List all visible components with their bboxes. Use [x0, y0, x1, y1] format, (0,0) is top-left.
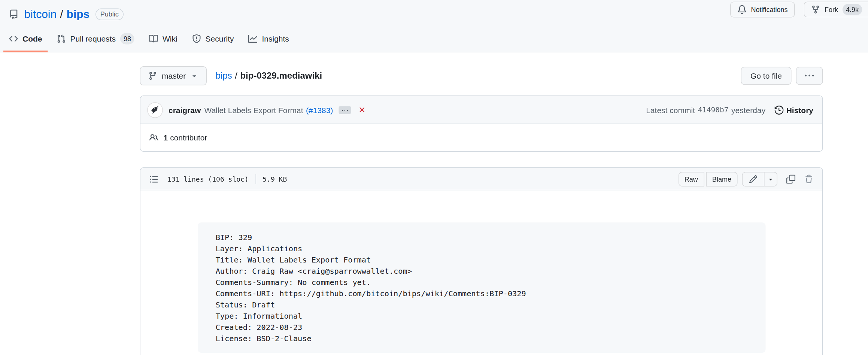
latest-commit-label: Latest commit — [646, 105, 695, 114]
notifications-button[interactable]: Notifications — [730, 2, 795, 18]
blame-button[interactable]: Blame — [706, 172, 737, 186]
pencil-icon — [749, 175, 758, 183]
code-line: Author: Craig Raw <craig@sparrowwallet.c… — [206, 265, 756, 276]
commit-header: craigraw Wallet Labels Export Format (#1… — [140, 96, 822, 124]
code-icon — [9, 34, 18, 43]
tab-wiki[interactable]: Wiki — [143, 25, 183, 52]
display-options-button[interactable] — [149, 175, 158, 183]
fork-count-badge: 4.9k — [843, 4, 862, 15]
tab-insights[interactable]: Insights — [243, 25, 294, 52]
repo-tabs: Code Pull requests 98 Wiki Security Insi… — [3, 25, 295, 52]
triangle-down-icon — [190, 72, 198, 80]
history-label: History — [786, 105, 813, 114]
pull-requests-counter: 98 — [120, 33, 134, 45]
more-options-button[interactable] — [796, 67, 823, 85]
fork-label: Fork — [825, 6, 838, 13]
raw-blame-group: Raw Blame — [678, 172, 737, 186]
repo-title-separator: / — [60, 7, 63, 21]
list-icon — [149, 175, 158, 183]
code-line: Comments-URI: https://github.com/bitcoin… — [206, 288, 756, 299]
contributors-label: contributor — [170, 133, 207, 142]
code-line: Type: Informational — [206, 310, 756, 321]
commit-author-link[interactable]: craigraw — [169, 105, 201, 114]
trash-icon — [804, 175, 813, 183]
breadcrumb-repo-link[interactable]: bips — [216, 71, 232, 81]
file-info: 131 lines (106 sloc) 5.9 KB — [167, 174, 287, 184]
tab-label: Pull requests — [70, 34, 116, 43]
repo-name-link[interactable]: bips — [67, 7, 90, 21]
code-line: Created: 2022-08-23 — [206, 321, 756, 333]
code-line: BIP: 329 — [206, 231, 756, 243]
edit-button[interactable] — [742, 172, 765, 186]
page: bitcoin / bips Public Notifications Fork… — [0, 0, 868, 355]
notifications-label: Notifications — [751, 6, 788, 13]
sparrow-avatar-image — [149, 104, 161, 116]
tab-label: Insights — [262, 34, 289, 43]
commit-time: yesterday — [731, 105, 765, 114]
branch-selector-button[interactable]: master — [140, 66, 207, 85]
contributors-row[interactable]: 1 contributor — [140, 124, 822, 151]
code-line: Layer: Applications — [206, 243, 756, 254]
rendered-document: BIP: 329 Layer: Applications Title: Wall… — [197, 191, 765, 353]
commit-meta: Latest commit 41490b7 yesterday History — [646, 105, 813, 114]
shield-icon — [192, 34, 201, 43]
commit-pr-link[interactable]: (#1383) — [306, 105, 333, 114]
fork-icon — [811, 5, 820, 14]
tab-label: Security — [206, 34, 234, 43]
code-line: Comments-Summary: No comments yet. — [206, 276, 756, 288]
commit-sha[interactable]: 41490b7 — [698, 106, 728, 114]
people-icon — [149, 133, 158, 142]
blob-lines-info: 131 lines (106 sloc) — [167, 175, 249, 183]
tab-label: Code — [22, 34, 42, 43]
code-line: Status: Draft — [206, 299, 756, 310]
file-nav-actions: Go to file — [741, 67, 823, 85]
tab-pull-requests[interactable]: Pull requests 98 — [51, 25, 140, 52]
history-icon — [774, 105, 783, 114]
ellipsis-glyph: … — [341, 104, 349, 112]
copy-icon — [786, 175, 795, 183]
commit-message-expander-button[interactable]: … — [339, 106, 351, 114]
commit-message-link[interactable]: Wallet Labels Export Format — [204, 105, 303, 114]
code-line: Title: Wallet Labels Export Format — [206, 254, 756, 265]
tab-label: Wiki — [163, 34, 177, 43]
file-info-divider — [255, 174, 256, 184]
bip-preamble-block: BIP: 329 Layer: Applications Title: Wall… — [197, 222, 765, 353]
blob-actions: Raw Blame — [678, 172, 817, 186]
go-to-file-button[interactable]: Go to file — [741, 67, 791, 85]
repo-header: bitcoin / bips Public Notifications Fork… — [0, 0, 868, 52]
repo-icon — [9, 9, 19, 19]
graph-icon — [248, 34, 257, 43]
contributors-count: 1 — [164, 133, 168, 142]
delete-button[interactable] — [804, 175, 813, 183]
breadcrumb-file-name: bip-0329.mediawiki — [240, 71, 322, 81]
raw-button[interactable]: Raw — [678, 172, 704, 186]
git-pull-request-icon — [57, 34, 66, 43]
book-icon — [149, 34, 158, 43]
bell-icon — [738, 5, 747, 14]
blob-header: 131 lines (106 sloc) 5.9 KB Raw Blame — [140, 168, 822, 191]
fork-button[interactable]: Fork 4.9k — [804, 2, 868, 18]
tab-security[interactable]: Security — [186, 25, 240, 52]
avatar[interactable] — [147, 102, 163, 118]
repo-owner-link[interactable]: bitcoin — [24, 7, 57, 21]
code-line: License: BSD-2-Clause — [206, 333, 756, 344]
blob-file-size: 5.9 KB — [262, 175, 287, 183]
file-box: 131 lines (106 sloc) 5.9 KB Raw Blame — [140, 167, 823, 355]
blob-body: BIP: 329 Layer: Applications Title: Wall… — [140, 191, 822, 353]
git-branch-icon — [148, 72, 157, 81]
breadcrumb-separator: / — [235, 71, 237, 81]
commit-status-failed-x-icon[interactable] — [358, 106, 366, 114]
breadcrumb: bips / bip-0329.mediawiki — [216, 71, 322, 81]
edit-dropdown-button[interactable] — [764, 172, 777, 186]
commit-box: craigraw Wallet Labels Export Format (#1… — [140, 95, 823, 152]
edit-group — [742, 172, 778, 186]
tab-code[interactable]: Code — [3, 25, 48, 52]
repo-title: bitcoin / bips — [24, 7, 90, 21]
kebab-horizontal-icon — [805, 72, 814, 81]
visibility-badge: Public — [95, 8, 124, 20]
triangle-down-icon — [767, 176, 774, 182]
copy-button[interactable] — [786, 175, 795, 183]
branch-name: master — [162, 72, 186, 81]
history-link[interactable]: History — [774, 105, 813, 114]
main-content: master bips / bip-0329.mediawiki Go to f… — [140, 53, 823, 355]
